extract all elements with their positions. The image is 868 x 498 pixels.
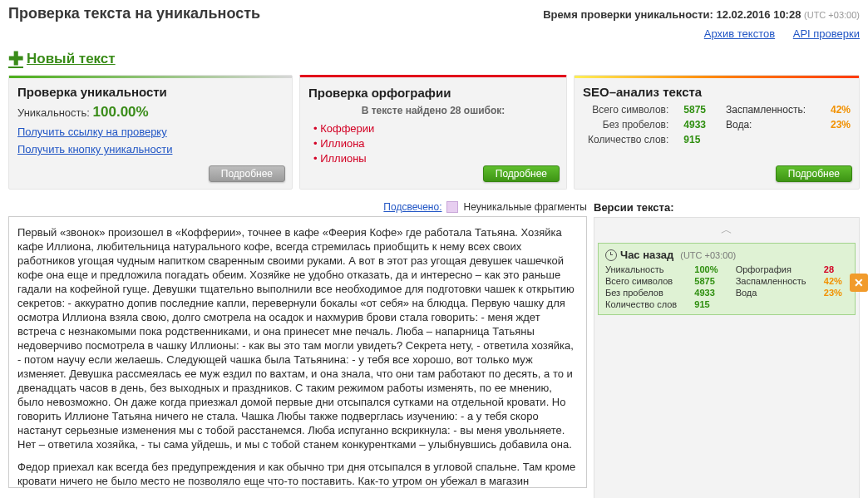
- error-item: Иллионы: [313, 151, 558, 166]
- chevron-down-icon: ﹀: [721, 495, 732, 498]
- get-check-link[interactable]: Получить ссылку на проверку: [17, 126, 284, 138]
- api-link[interactable]: API проверки: [793, 27, 860, 40]
- orf-more-button[interactable]: Подробнее: [483, 165, 560, 182]
- close-icon: ✕: [854, 276, 864, 289]
- version-close-button[interactable]: ✕: [850, 274, 868, 292]
- check-time: Время проверки уникальности: 12.02.2016 …: [543, 8, 860, 21]
- plus-icon: ✚: [8, 48, 23, 70]
- highlight-legend: Подсвечено: Неуникальные фрагменты: [8, 201, 587, 213]
- orthography-box: Проверка орфографии В тексте найдено 28 …: [299, 75, 567, 190]
- clock-icon: [605, 249, 617, 261]
- versions-panel: ︿ Час назад (UTC +03:00) Уникальность100…: [594, 217, 860, 498]
- error-item: Кофферии: [313, 121, 558, 136]
- seo-more-button[interactable]: Подробнее: [776, 165, 852, 182]
- uniq-more-button[interactable]: Подробнее: [209, 165, 285, 182]
- version-item[interactable]: Час назад (UTC +03:00) Уникальность100%О…: [598, 243, 856, 315]
- get-uniq-button-link[interactable]: Получить кнопку уникальности: [17, 143, 284, 155]
- page-title: Проверка текста на уникальность: [8, 5, 260, 22]
- seo-box: SEO–анализ текста Всего символов:5875Зас…: [574, 75, 860, 190]
- checked-text-area[interactable]: Первый «звонок» произошел в «Кофферии», …: [8, 216, 587, 488]
- archive-link[interactable]: Архив текстов: [704, 27, 775, 40]
- versions-title: Версии текста:: [594, 201, 860, 214]
- versions-up-button[interactable]: ︿: [594, 218, 859, 243]
- error-item: Иллиона: [313, 136, 558, 151]
- legend-swatch-icon: [446, 201, 458, 213]
- versions-down-button[interactable]: ﹀: [594, 490, 859, 498]
- uniqueness-box: Проверка уникальности Уникальность: 100.…: [8, 75, 293, 190]
- legend-link[interactable]: Подсвечено:: [383, 201, 441, 213]
- chevron-up-icon: ︿: [721, 223, 732, 236]
- new-text-button[interactable]: ✚ Новый текст: [8, 48, 116, 70]
